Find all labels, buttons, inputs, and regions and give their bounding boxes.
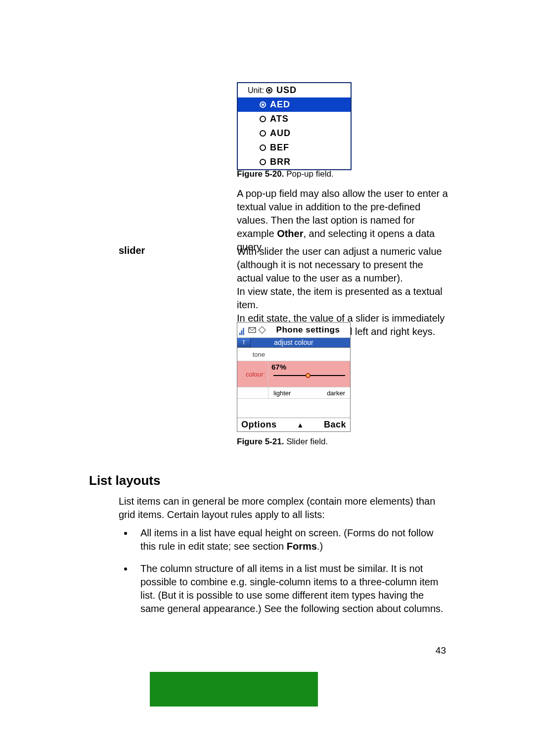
document-page: Unit: USD AED ATS AUD BEF BRR Figure 5-2… <box>0 0 534 756</box>
tone-row: tone <box>237 348 350 361</box>
figure-caption: Figure 5-21. Slider field. <box>237 436 448 447</box>
inline-bold: Forms <box>287 541 317 552</box>
phone-rows: tone colour: 67% lighter darker <box>237 348 350 418</box>
slider-lighter-label: lighter <box>273 389 291 397</box>
popup-label: Unit: <box>248 86 264 95</box>
popup-field-figure: Unit: USD AED ATS AUD BEF BRR <box>237 82 352 170</box>
margin-label-slider: slider <box>119 245 227 256</box>
slider-field-figure: Phone settings T adjust colour tone colo… <box>237 322 351 432</box>
envelope-icon <box>248 326 256 334</box>
popup-option: BRR <box>270 157 291 167</box>
slider-labels-row: lighter darker <box>237 387 350 399</box>
tone-label: tone <box>237 351 268 358</box>
section-heading: List layouts <box>89 473 160 488</box>
popup-row-selected: AED <box>238 97 351 112</box>
list-item-text: The column structure of all items in a l… <box>140 563 444 614</box>
radio-off-icon <box>260 144 266 151</box>
list-item: All items in a list have equal height on… <box>134 526 449 553</box>
page-number: 43 <box>436 645 446 656</box>
bullet-list: All items in a list have equal height on… <box>119 526 449 624</box>
svg-rect-1 <box>241 331 242 335</box>
slider-darker-label: darker <box>327 389 345 397</box>
phone-titlebar: Phone settings <box>237 323 350 338</box>
figure-caption-text: Slider field. <box>286 437 328 446</box>
list-item: The column structure of all items in a l… <box>134 562 449 615</box>
list-item-text: .) <box>317 541 323 552</box>
phone-title: Phone settings <box>276 325 340 335</box>
colour-label: colour: <box>237 371 268 378</box>
radio-off-icon <box>260 159 266 165</box>
popup-row: BRR <box>238 155 351 169</box>
popup-row: Unit: USD <box>238 83 351 97</box>
popup-row: BEF <box>238 141 351 155</box>
up-arrow-icon: ▲ <box>297 421 304 429</box>
popup-row: ATS <box>238 112 351 126</box>
radio-off-icon <box>260 116 266 122</box>
title-icons <box>248 326 266 334</box>
figure-caption: Figure 5-20. Pop-up field. <box>237 169 448 180</box>
paragraph-text: With slider the user can adjust a numeri… <box>237 245 448 285</box>
popup-option: AED <box>270 99 290 110</box>
figure-ref: Figure 5-21. <box>237 437 284 446</box>
popup-option: BEF <box>270 142 289 153</box>
slider-knob <box>306 373 311 378</box>
diamond-icon <box>258 326 266 334</box>
phone-subtitle: adjust colour <box>274 338 313 346</box>
softkey-bar: Options ▲ Back <box>237 418 350 431</box>
paragraph-text: In view state, the item is presented as … <box>237 285 448 312</box>
popup-row: AUD <box>238 126 351 141</box>
colour-value-wrap: 67% <box>268 361 350 387</box>
signal-icon <box>239 326 245 334</box>
tab-indicator-icon: T <box>237 338 251 347</box>
radio-on-icon <box>266 87 272 94</box>
softkey-right: Back <box>324 420 346 430</box>
figure-ref: Figure 5-20. <box>237 169 284 179</box>
radio-on-icon <box>260 101 266 108</box>
radio-off-icon <box>260 130 266 137</box>
slider-end-labels: lighter darker <box>268 387 350 398</box>
inline-bold: Other <box>277 228 303 239</box>
paragraph: List items can in general be more comple… <box>119 495 449 521</box>
softkey-left: Options <box>241 420 277 430</box>
svg-rect-2 <box>243 328 244 335</box>
svg-rect-0 <box>239 332 240 335</box>
colour-percent: 67% <box>268 361 350 371</box>
empty-row <box>237 399 350 418</box>
phone-subtitle-bar: T adjust colour <box>237 338 350 348</box>
colour-slider <box>273 373 345 378</box>
paragraph: A pop-up field may also allow the user t… <box>237 187 448 254</box>
popup-option: USD <box>276 85 297 95</box>
figure-caption-text: Pop-up field. <box>286 169 333 179</box>
popup-option: ATS <box>270 114 289 124</box>
footer-bar <box>150 672 318 707</box>
colour-row: colour: 67% <box>237 361 350 387</box>
popup-option: AUD <box>270 128 291 139</box>
